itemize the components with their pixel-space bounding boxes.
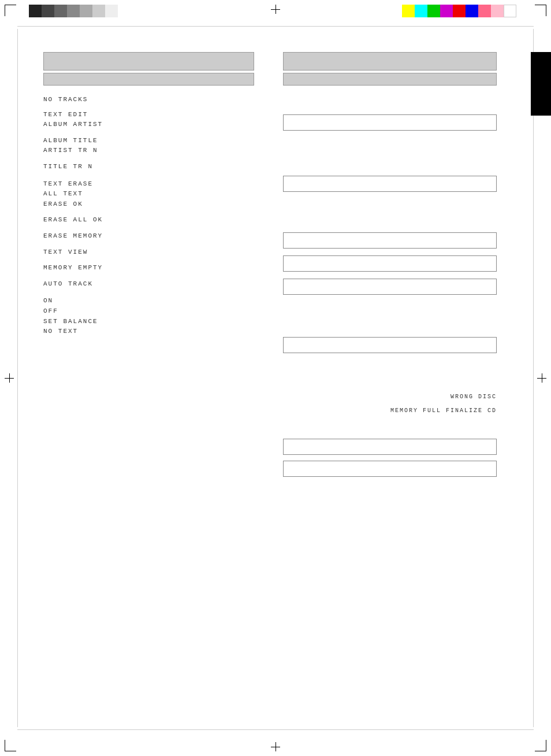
right-outline-box-4 <box>283 255 497 272</box>
spacer-5 <box>283 427 497 439</box>
right-outline-box-7 <box>283 439 497 455</box>
gray-color-bars <box>29 5 118 17</box>
no-tracks-label: NO TRACKS <box>43 96 88 103</box>
crosshair-top <box>271 5 280 14</box>
color-bar-pink <box>478 5 491 17</box>
right-outline-box-6 <box>283 337 497 353</box>
erase-memory-group: ERASE MEMORY <box>43 231 254 242</box>
color-bar-blue <box>466 5 478 17</box>
corner-mark-tr <box>535 5 546 16</box>
right-outline-group-1 <box>283 114 497 131</box>
color-bar-yellow <box>402 5 415 17</box>
color-bar-light-pink <box>491 5 504 17</box>
right-outline-group-7 <box>283 439 497 455</box>
right-outline-box-5 <box>283 279 497 295</box>
left-column: NO TRACKS TEXT EDIT ALBUM ARTIST ALBUM T… <box>43 52 254 343</box>
color-bar-magenta <box>440 5 453 17</box>
crosshair-bottom <box>271 742 280 751</box>
title-tr-n-label: TITLE TR N <box>43 162 254 172</box>
erase-ok-label: ERASE OK <box>43 199 254 210</box>
auto-track-group: AUTO TRACK <box>43 279 254 290</box>
crosshair-left-mid <box>5 373 14 383</box>
corner-mark-tl <box>5 5 16 16</box>
right-outline-group-3 <box>283 232 497 249</box>
text-edit-label: TEXT EDIT <box>43 110 254 120</box>
no-text-label: NO TEXT <box>43 327 254 337</box>
right-display-box-1 <box>283 52 497 71</box>
on-off-group: ON OFF SET BALANCE NO TEXT <box>43 296 254 336</box>
text-view-group: TEXT VIEW <box>43 247 254 258</box>
color-bar-red <box>453 5 466 17</box>
page-border-left <box>17 29 18 727</box>
spacer-4 <box>283 364 497 392</box>
right-outline-group-4 <box>283 255 497 272</box>
text-view-label: TEXT VIEW <box>43 247 254 258</box>
text-erase-group: TEXT ERASE ALL TEXT ERASE OK <box>43 179 254 210</box>
black-side-rect <box>531 52 551 116</box>
gray-bar-6 <box>92 5 105 17</box>
erase-all-ok-label: ERASE ALL OK <box>43 215 254 225</box>
spacer-2 <box>283 202 497 232</box>
color-bar-white <box>504 5 516 17</box>
color-bars-right <box>402 5 516 17</box>
wrong-disc-text: WRONG DISC <box>283 392 497 402</box>
right-outline-group-8 <box>283 461 497 477</box>
left-display-box-1 <box>43 52 254 71</box>
gray-bar-4 <box>67 5 80 17</box>
status-text-group: WRONG DISC MEMORY FULL FINALIZE CD <box>283 392 497 416</box>
corner-mark-br <box>535 740 546 751</box>
set-balance-label: SET BALANCE <box>43 317 254 327</box>
right-outline-box-2 <box>283 176 497 192</box>
page-border-bottom <box>17 729 534 730</box>
left-display-box-2 <box>43 73 254 86</box>
right-column: WRONG DISC MEMORY FULL FINALIZE CD <box>283 52 497 479</box>
auto-track-label: AUTO TRACK <box>43 279 254 290</box>
page-border-top <box>17 26 534 27</box>
right-outline-box-8 <box>283 461 497 477</box>
title-tr-n-group: TITLE TR N <box>43 162 254 172</box>
all-text-label: ALL TEXT <box>43 189 254 199</box>
memory-empty-label: MEMORY EMPTY <box>43 263 254 273</box>
corner-mark-bl <box>5 740 16 751</box>
erase-all-ok-group: ERASE ALL OK <box>43 215 254 225</box>
on-label: ON <box>43 296 254 306</box>
right-display-box-2 <box>283 73 497 86</box>
album-artist-label: ALBUM ARTIST <box>43 120 254 130</box>
text-erase-label: TEXT ERASE <box>43 179 254 190</box>
right-outline-box-3 <box>283 232 497 249</box>
spacer-1 <box>283 141 497 176</box>
right-outline-group-5 <box>283 279 497 295</box>
crosshair-right-mid <box>537 373 546 383</box>
gray-bar-3 <box>54 5 67 17</box>
erase-memory-label: ERASE MEMORY <box>43 231 254 242</box>
album-title-label: ALBUM TITLE <box>43 136 254 146</box>
page-border-right <box>533 29 534 727</box>
gray-bar-2 <box>42 5 54 17</box>
gray-bar-5 <box>80 5 92 17</box>
no-tracks-text: NO TRACKS <box>43 94 254 105</box>
right-outline-group-6 <box>283 337 497 353</box>
spacer-3 <box>283 305 497 337</box>
color-bar-green <box>427 5 440 17</box>
right-outline-group-2 <box>283 176 497 192</box>
color-bar-cyan <box>415 5 427 17</box>
off-label: OFF <box>43 306 254 317</box>
gray-bar-7 <box>105 5 118 17</box>
memory-empty-group: MEMORY EMPTY <box>43 263 254 273</box>
text-edit-group: TEXT EDIT ALBUM ARTIST <box>43 110 254 130</box>
right-outline-box-1 <box>283 114 497 131</box>
album-title-group: ALBUM TITLE ARTIST TR N <box>43 136 254 156</box>
artist-tr-n-label: ARTIST TR N <box>43 146 254 156</box>
gray-bar-1 <box>29 5 42 17</box>
memory-full-text: MEMORY FULL FINALIZE CD <box>283 406 497 416</box>
